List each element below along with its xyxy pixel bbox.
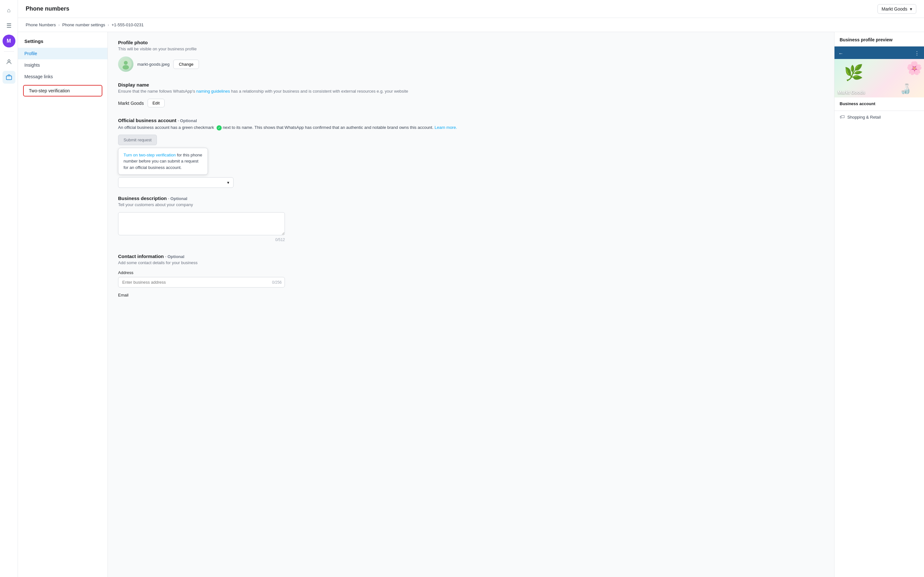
profile-photo-desc: This will be visible on your business pr…	[118, 47, 824, 51]
briefcase-icon[interactable]	[3, 71, 15, 84]
breadcrumb-phone-number: +1-555-010-0231	[111, 23, 144, 27]
sidebar-item-insights[interactable]: Insights	[18, 59, 107, 71]
contact-info-section: Contact information · Optional Add some …	[118, 253, 824, 298]
breadcrumb-phone-numbers[interactable]: Phone Numbers	[26, 23, 56, 27]
herb-decoration: 🌿	[844, 64, 863, 82]
back-arrow-icon[interactable]: ←	[838, 51, 843, 56]
official-account-section: Official business account · Optional An …	[118, 118, 824, 188]
breadcrumb-phone-settings[interactable]: Phone number settings	[62, 23, 105, 27]
flower-decoration: 🌸	[906, 61, 922, 76]
two-step-tooltip: Turn on two-step verification for this p…	[118, 148, 208, 175]
menu-icon[interactable]: ☰	[3, 19, 15, 32]
display-name-section: Display name Ensure that the name follow…	[118, 82, 824, 107]
category-dropdown-row: ▾	[118, 177, 824, 188]
email-field-group: Email	[118, 293, 824, 298]
wa-business-account-section: Business account	[835, 97, 924, 111]
profile-photo-title: Profile photo	[118, 40, 824, 45]
preview-panel: Business profile preview ← ⋮ 🌸 🍶 🌿 Markt…	[834, 32, 924, 577]
display-name-row: Markt Goods Edit	[118, 99, 824, 107]
bottle-decoration: 🍶	[899, 83, 911, 94]
two-step-tooltip-link[interactable]: Turn on two-step verification	[124, 153, 176, 157]
business-desc-optional: · Optional	[168, 196, 187, 201]
breadcrumb-sep-2: ›	[108, 23, 109, 27]
official-account-desc: An official business account has a green…	[118, 124, 824, 131]
business-desc-subtitle: Tell your customers about your company	[118, 202, 824, 207]
svg-rect-1	[6, 76, 11, 80]
home-icon[interactable]: ⌂	[3, 4, 15, 17]
nav-bar: ⌂ ☰ m	[0, 0, 18, 577]
wa-category-label: Shopping & Retail	[847, 115, 881, 119]
display-name-desc: Ensure that the name follows WhatsApp's …	[118, 89, 824, 93]
contact-info-optional: · Optional	[165, 254, 184, 259]
avatar-icon[interactable]: m	[3, 35, 15, 47]
breadcrumb-sep-1: ›	[58, 23, 60, 27]
profile-photo-section: Profile photo This will be visible on yo…	[118, 40, 824, 72]
photo-filename: markt-goods.jpeg	[137, 62, 170, 67]
contact-info-desc: Add some contact details for your busine…	[118, 260, 824, 265]
contact-info-title: Contact information · Optional	[118, 253, 824, 259]
official-account-optional: · Optional	[178, 118, 197, 123]
display-name-value: Markt Goods	[118, 101, 144, 106]
profile-photo-avatar	[118, 56, 134, 72]
main-content: Profile photo This will be visible on yo…	[108, 32, 834, 577]
settings-sidebar: Settings Profile Insights Message links …	[18, 32, 108, 577]
email-label: Email	[118, 293, 824, 298]
sidebar-item-profile[interactable]: Profile	[18, 48, 107, 59]
address-input-wrapper: 0/256	[118, 277, 285, 287]
wa-business-name-overlay: Markt Goods	[838, 90, 865, 95]
address-label: Address	[118, 270, 824, 275]
submit-request-button: Submit request	[118, 135, 157, 145]
display-name-title: Display name	[118, 82, 824, 87]
business-desc-char-count: 0/512	[118, 236, 285, 243]
tag-icon: 🏷	[840, 114, 845, 120]
address-input[interactable]	[118, 277, 285, 287]
wa-category-row: 🏷 Shopping & Retail	[835, 111, 924, 123]
svg-point-0	[8, 60, 10, 62]
green-checkmark-icon: ✓	[216, 125, 222, 131]
settings-title: Settings	[18, 39, 107, 48]
account-name: Markt Goods	[882, 6, 907, 11]
page-title: Phone numbers	[26, 5, 69, 12]
official-account-title: Official business account · Optional	[118, 118, 824, 123]
person-icon[interactable]	[3, 55, 15, 68]
photo-row: markt-goods.jpeg Change	[118, 56, 824, 72]
content-area: Settings Profile Insights Message links …	[18, 32, 924, 577]
business-description-input[interactable]	[118, 212, 285, 235]
learn-more-link[interactable]: Learn more.	[435, 125, 457, 130]
wa-chat-header: ← ⋮	[835, 47, 924, 59]
sidebar-item-two-step[interactable]: Two-step verification	[23, 85, 102, 97]
wa-cover-image: 🌸 🍶 🌿 Markt Goods	[835, 59, 924, 97]
chevron-down-icon: ▾	[910, 6, 912, 11]
top-header: Phone numbers Markt Goods ▾	[18, 0, 924, 18]
address-char-count: 0/256	[272, 280, 282, 285]
svg-point-3	[124, 61, 128, 65]
business-description-section: Business description · Optional Tell you…	[118, 195, 824, 243]
address-field-group: Address 0/256	[118, 270, 824, 287]
business-desc-title: Business description · Optional	[118, 195, 824, 201]
account-selector[interactable]: Markt Goods ▾	[877, 4, 916, 14]
category-dropdown[interactable]: ▾	[118, 177, 234, 188]
options-icon[interactable]: ⋮	[914, 50, 920, 56]
nav-divider	[4, 51, 14, 52]
change-photo-button[interactable]: Change	[173, 60, 199, 69]
wa-preview: ← ⋮ 🌸 🍶 🌿 Markt Goods	[835, 47, 924, 97]
edit-display-name-button[interactable]: Edit	[148, 99, 164, 107]
naming-guidelines-link[interactable]: naming guidelines	[196, 89, 230, 93]
sidebar-item-message-links[interactable]: Message links	[18, 71, 107, 82]
breadcrumb: Phone Numbers › Phone number settings › …	[18, 18, 924, 32]
svg-point-4	[123, 65, 129, 69]
preview-title: Business profile preview	[835, 32, 924, 47]
main-area: Phone numbers Markt Goods ▾ Phone Number…	[18, 0, 924, 577]
wa-business-account-label: Business account	[840, 101, 919, 106]
chevron-down-icon: ▾	[227, 180, 229, 185]
